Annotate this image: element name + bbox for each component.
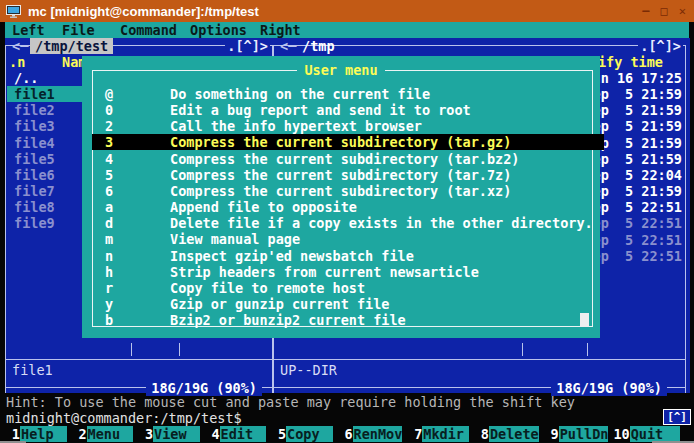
column-divider-tick — [522, 343, 523, 356]
entry-hotkey: b — [105, 312, 113, 328]
entry-label: Compress the current subdirectory (tar.x… — [170, 183, 511, 199]
file-row[interactable]: file3 — [7, 118, 87, 134]
file-row[interactable]: file5 — [7, 151, 87, 167]
fn-key-renmov[interactable]: 6RenMov — [338, 426, 408, 442]
fn-key-quit[interactable]: 10Quit — [613, 426, 680, 442]
fn-key-pulldn[interactable]: 9PullDn — [544, 426, 614, 442]
scroll-up-badge[interactable]: [^] — [663, 409, 691, 425]
fn-key-number: 3 — [138, 426, 153, 442]
fn-key-number: 7 — [407, 426, 422, 442]
user-menu-entry[interactable]: 5Compress the current subdirectory (tar.… — [92, 167, 604, 183]
fn-key-edit[interactable]: 4Edit — [205, 426, 272, 442]
right-mini-status: UP--DIR — [280, 362, 337, 378]
file-row[interactable]: file8 — [7, 199, 87, 215]
user-menu-entry[interactable]: yGzip or gunzip current file — [92, 296, 604, 312]
column-divider-tick — [131, 343, 132, 356]
fn-key-label: Delete — [489, 426, 539, 442]
fn-key-help[interactable]: 1Help — [5, 426, 72, 442]
command-line[interactable]: midnight@commander:/tmp/test$ — [6, 410, 242, 426]
entry-label: Strip headers from current newsarticle — [170, 264, 479, 280]
entry-hotkey: 0 — [105, 102, 113, 118]
ministatus-separator — [274, 359, 685, 360]
entry-label: Compress the current subdirectory (tar.b… — [170, 151, 520, 167]
menu-item-left[interactable]: Left — [12, 22, 45, 38]
fn-key-view[interactable]: 3View — [138, 426, 205, 442]
entry-label: Copy file to remote host — [170, 280, 365, 296]
file-row[interactable]: file4 — [7, 135, 87, 151]
file-row[interactable]: file9 — [7, 215, 87, 231]
menu-item-command[interactable]: Command — [120, 22, 177, 38]
menu-item-right[interactable]: Right — [260, 22, 301, 38]
entry-hotkey: y — [105, 296, 113, 312]
user-menu-entry[interactable]: 2Call the info hypertext browser — [92, 118, 604, 134]
entry-label: Do something on the current file — [170, 86, 430, 102]
user-menu-entry[interactable]: aAppend file to opposite — [92, 199, 604, 215]
close-button[interactable]: ✕ — [679, 0, 686, 22]
user-menu-entry[interactable]: nInspect gzip'ed newsbatch file — [92, 248, 604, 264]
fn-key-delete[interactable]: 8Delete — [474, 426, 544, 442]
fn-key-number: 6 — [338, 426, 353, 442]
user-menu-entry[interactable]: 6Compress the current subdirectory (tar.… — [92, 183, 604, 199]
fn-key-number: 8 — [474, 426, 489, 442]
entry-label: View manual page — [170, 231, 300, 247]
file-row[interactable]: file2 — [7, 102, 87, 118]
fn-key-label: Quit — [630, 426, 680, 442]
fn-key-label: Mkdir — [422, 426, 469, 442]
fn-key-number: 9 — [544, 426, 559, 442]
window-titlebar[interactable]: mc [midnight@commander]:/tmp/test – □ ✕ — [0, 0, 694, 22]
left-sort-header[interactable]: .n — [9, 54, 25, 70]
fn-key-copy[interactable]: 5Copy — [271, 426, 338, 442]
entry-hotkey: n — [105, 248, 113, 264]
left-panel-back-arrow[interactable]: <─ — [12, 38, 28, 54]
menu-item-options[interactable]: Options — [190, 22, 247, 38]
menu-item-file[interactable]: File — [62, 22, 95, 38]
fn-key-number: 5 — [271, 426, 286, 442]
hint-line: Hint: To use the mouse cut and paste may… — [6, 394, 575, 410]
text-cursor — [580, 313, 589, 327]
entry-label: Delete file if a copy exists in the othe… — [170, 215, 593, 231]
user-menu-entry[interactable]: rCopy file to remote host — [92, 280, 604, 296]
ministatus-separator — [6, 359, 272, 360]
entry-hotkey: @ — [105, 86, 113, 102]
fn-key-label: Copy — [286, 426, 333, 442]
window-title: mc [midnight@commander]:/tmp/test — [28, 4, 259, 19]
user-menu-entry[interactable]: mView manual page — [92, 231, 604, 247]
terminal-content: LeftFileCommandOptionsRight <─ /tmp/test… — [0, 22, 694, 443]
user-menu-entry[interactable]: dDelete file if a copy exists in the oth… — [92, 215, 604, 231]
minimize-button[interactable]: – — [642, 0, 649, 22]
menu-bar: LeftFileCommandOptionsRight — [5, 22, 689, 38]
entry-label: Inspect gzip'ed newsbatch file — [170, 248, 414, 264]
file-row[interactable]: /.. — [7, 70, 87, 86]
user-menu-dialog: User menu @Do something on the current f… — [82, 56, 600, 338]
entry-hotkey: h — [105, 264, 113, 280]
fn-key-mkdir[interactable]: 7Mkdir — [407, 426, 474, 442]
fn-key-label: Help — [20, 426, 67, 442]
fn-key-menu[interactable]: 2Menu — [72, 426, 139, 442]
right-panel-corner-buttons[interactable]: .[^]> — [638, 38, 683, 54]
user-menu-entry[interactable]: 4Compress the current subdirectory (tar.… — [92, 151, 604, 167]
user-menu-entry[interactable]: hStrip headers from current newsarticle — [92, 264, 604, 280]
left-panel-corner-buttons[interactable]: .[^]> — [225, 38, 270, 54]
entry-hotkey: 5 — [105, 167, 113, 183]
right-panel-back-arrow[interactable]: <─ — [280, 38, 296, 54]
file-row[interactable]: file6 — [7, 167, 87, 183]
user-menu-entry[interactable]: 3Compress the current subdirectory (tar.… — [92, 134, 604, 150]
left-panel-path[interactable]: /tmp/test — [30, 38, 113, 54]
user-menu-entry[interactable]: 0Edit a bug report and send it to root — [92, 102, 604, 118]
entry-label: Compress the current subdirectory (tar.7… — [170, 167, 511, 183]
fn-key-label: View — [153, 426, 200, 442]
file-row[interactable]: file7 — [7, 183, 87, 199]
entry-hotkey: 2 — [105, 118, 113, 134]
entry-label: Compress the current subdirectory (tar.g… — [170, 134, 511, 150]
entry-hotkey: 4 — [105, 151, 113, 167]
fn-key-label: Edit — [220, 426, 267, 442]
user-menu-entry[interactable]: @Do something on the current file — [92, 86, 604, 102]
right-panel-path[interactable]: /tmp — [298, 38, 339, 54]
fn-key-number: 4 — [205, 426, 220, 442]
entry-hotkey: 6 — [105, 183, 113, 199]
user-menu-entry[interactable]: bBzip2 or bunzip2 current file — [92, 312, 604, 328]
entry-hotkey: r — [105, 280, 113, 296]
column-divider-tick — [587, 343, 588, 356]
maximize-button[interactable]: □ — [661, 0, 668, 22]
fn-key-label: PullDn — [559, 426, 609, 442]
